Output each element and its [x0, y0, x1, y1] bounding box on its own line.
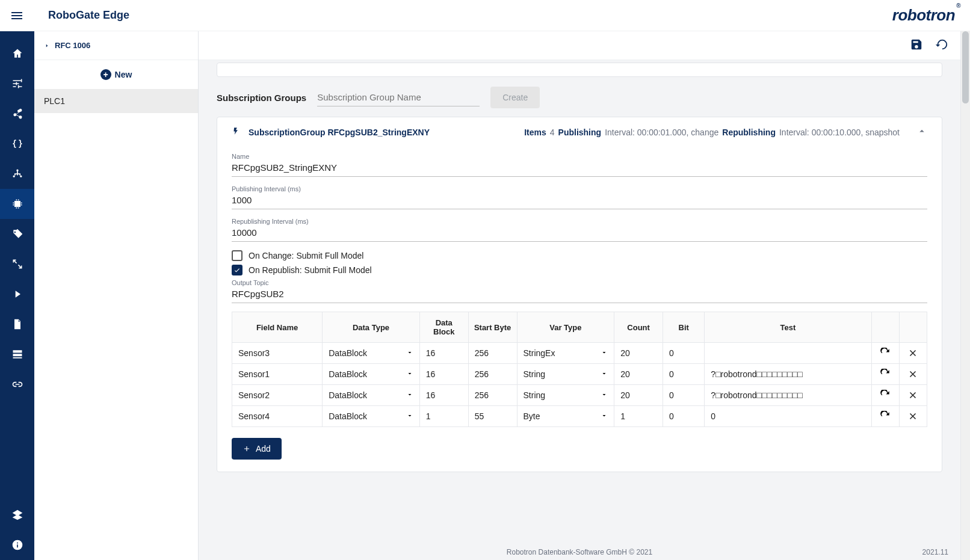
- refresh-icon[interactable]: [878, 348, 893, 358]
- nav-file-icon[interactable]: [0, 309, 34, 339]
- cell-refresh[interactable]: [871, 364, 899, 385]
- device-item[interactable]: PLC1: [34, 89, 198, 113]
- repubint-field-label: Republishing Interval (ms): [232, 218, 927, 225]
- topic-field: Output Topic: [232, 279, 927, 303]
- table-row: Sensor3DataBlock16256StringEx200: [232, 343, 927, 364]
- onrepub-row[interactable]: On Republish: Submit Full Model: [232, 265, 927, 275]
- save-icon[interactable]: [910, 38, 923, 53]
- cell-datablock[interactable]: 16: [419, 364, 468, 385]
- nav-chip-icon[interactable]: [0, 189, 34, 219]
- left-nav: [0, 31, 34, 560]
- create-button[interactable]: Create: [490, 87, 540, 108]
- breadcrumb[interactable]: RFC 1006: [34, 31, 198, 60]
- onchange-row[interactable]: On Change: Submit Full Model: [232, 250, 927, 261]
- nav-tune-icon[interactable]: [0, 69, 34, 99]
- nav-share-icon[interactable]: [0, 99, 34, 129]
- onchange-checkbox[interactable]: [232, 250, 242, 261]
- nav-stack-icon[interactable]: [0, 339, 34, 369]
- cell-datablock[interactable]: 1: [419, 406, 468, 427]
- cell-datablock[interactable]: 16: [419, 385, 468, 406]
- th-delete: [899, 312, 927, 343]
- restore-icon[interactable]: [935, 38, 948, 53]
- main-scroll[interactable]: Subscription Groups Create SubscriptionG…: [199, 60, 960, 544]
- cell-delete[interactable]: [899, 406, 927, 427]
- add-button-label: Add: [256, 444, 271, 454]
- refresh-icon[interactable]: [878, 411, 893, 422]
- brand-text: robotron: [892, 6, 955, 25]
- cell-delete[interactable]: [899, 385, 927, 406]
- cell-bit[interactable]: 0: [663, 343, 705, 364]
- cell-bit[interactable]: 0: [663, 364, 705, 385]
- cell-vartype[interactable]: String: [517, 385, 614, 406]
- pubint-field-input[interactable]: [232, 192, 927, 209]
- cell-datatype[interactable]: DataBlock: [323, 385, 420, 406]
- cell-startbyte[interactable]: 256: [468, 343, 517, 364]
- cell-datatype[interactable]: DataBlock: [323, 343, 420, 364]
- chevron-up-icon[interactable]: [916, 126, 927, 138]
- cell-count[interactable]: 20: [614, 385, 663, 406]
- cell-refresh[interactable]: [871, 406, 899, 427]
- cell-count[interactable]: 20: [614, 343, 663, 364]
- onrepub-checkbox[interactable]: [232, 265, 242, 275]
- cell-datablock[interactable]: 16: [419, 343, 468, 364]
- nav-cluster-icon[interactable]: [0, 159, 34, 189]
- breadcrumb-label: RFC 1006: [55, 41, 90, 50]
- sg-name-input[interactable]: [317, 88, 480, 106]
- cell-startbyte[interactable]: 256: [468, 364, 517, 385]
- nav-tag-icon[interactable]: [0, 219, 34, 249]
- cell-bit[interactable]: 0: [663, 385, 705, 406]
- close-icon[interactable]: [906, 369, 921, 380]
- hamburger-icon[interactable]: [10, 8, 24, 23]
- cell-fieldname[interactable]: Sensor2: [232, 385, 323, 406]
- topic-field-input[interactable]: [232, 286, 927, 303]
- cell-vartype[interactable]: StringEx: [517, 343, 614, 364]
- nav-collapse-icon[interactable]: [0, 249, 34, 279]
- card-header[interactable]: SubscriptionGroup RFCpgSUB2_StringEXNY I…: [217, 117, 942, 147]
- new-device-button[interactable]: + New: [34, 60, 198, 89]
- nav-braces-icon[interactable]: [0, 129, 34, 159]
- nav-layers-icon[interactable]: [0, 500, 34, 530]
- close-icon[interactable]: [906, 411, 921, 422]
- cell-count[interactable]: 20: [614, 364, 663, 385]
- cell-fieldname[interactable]: Sensor4: [232, 406, 323, 427]
- footer: Robotron Datenbank-Software GmbH © 2021 …: [199, 544, 960, 560]
- nav-gt-icon[interactable]: [0, 279, 34, 309]
- nav-link-icon[interactable]: [0, 369, 34, 399]
- nav-info-icon[interactable]: [0, 530, 34, 560]
- cell-count[interactable]: 1: [614, 406, 663, 427]
- cell-delete[interactable]: [899, 343, 927, 364]
- cell-delete[interactable]: [899, 364, 927, 385]
- table-header-row: Field Name Data Type Data Block Start By…: [232, 312, 927, 343]
- close-icon[interactable]: [906, 348, 921, 358]
- brand-registered: ®: [956, 2, 960, 9]
- name-field-label: Name: [232, 153, 927, 160]
- topic-field-label: Output Topic: [232, 279, 927, 286]
- refresh-icon[interactable]: [878, 390, 893, 401]
- cell-datatype[interactable]: DataBlock: [323, 406, 420, 427]
- table-row: Sensor2DataBlock16256String200?□robotron…: [232, 385, 927, 406]
- device-column: RFC 1006 + New PLC1: [34, 31, 199, 560]
- scrollbar-thumb[interactable]: [962, 31, 969, 103]
- cell-test: ?□robotrond□□□□□□□□□: [705, 364, 871, 385]
- scrollbar[interactable]: [960, 31, 970, 560]
- cell-vartype[interactable]: Byte: [517, 406, 614, 427]
- name-field-input[interactable]: [232, 160, 927, 177]
- cell-refresh[interactable]: [871, 343, 899, 364]
- repubint-field-input[interactable]: [232, 225, 927, 242]
- nav-home-icon[interactable]: [0, 38, 34, 69]
- cell-refresh[interactable]: [871, 385, 899, 406]
- cell-vartype[interactable]: String: [517, 364, 614, 385]
- pubint-field: Publishing Interval (ms): [232, 185, 927, 209]
- cell-bit[interactable]: 0: [663, 406, 705, 427]
- add-button[interactable]: Add: [232, 438, 282, 460]
- cell-startbyte[interactable]: 256: [468, 385, 517, 406]
- top-bar: RoboGate Edge robotron®: [0, 0, 970, 31]
- cell-fieldname[interactable]: Sensor3: [232, 343, 323, 364]
- refresh-icon[interactable]: [878, 369, 893, 380]
- cell-startbyte[interactable]: 55: [468, 406, 517, 427]
- close-icon[interactable]: [906, 390, 921, 401]
- th-datatype: Data Type: [323, 312, 420, 343]
- cell-datatype[interactable]: DataBlock: [323, 364, 420, 385]
- chevron-down-icon: [601, 369, 608, 379]
- cell-fieldname[interactable]: Sensor1: [232, 364, 323, 385]
